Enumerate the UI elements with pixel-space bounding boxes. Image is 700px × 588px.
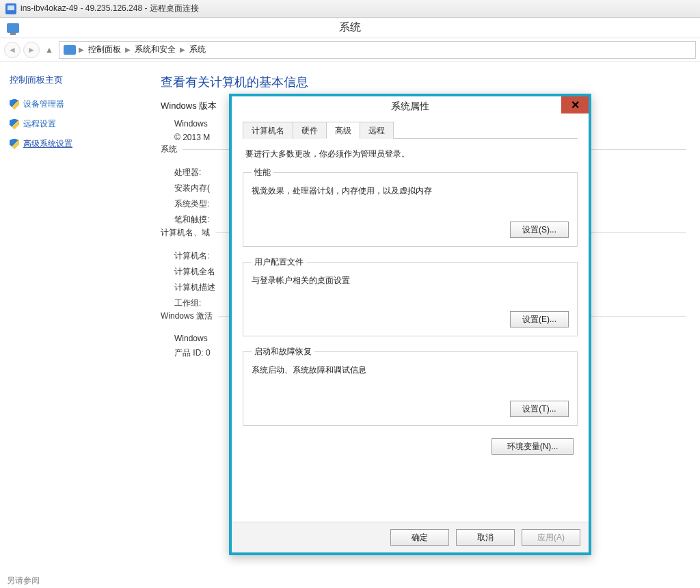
window-title: 系统 <box>0 21 700 35</box>
tab-advanced[interactable]: 高级 <box>326 122 360 139</box>
dialog-footer: 确定 取消 应用(A) <box>232 522 589 552</box>
label-pen-touch: 笔和触摸: <box>174 214 209 226</box>
dialog-title: 系统属性 <box>391 101 429 113</box>
shield-icon <box>10 119 19 130</box>
startup-settings-button[interactable]: 设置(T)... <box>510 401 569 417</box>
tab-strip: 计算机名 硬件 高级 远程 <box>243 121 578 139</box>
left-sidebar: 控制面板主页 设备管理器 远程设置 高级系统设置 <box>0 62 154 588</box>
chevron-right-icon: ▶ <box>180 46 185 53</box>
label-computer-description: 计算机描述 <box>174 282 215 293</box>
group-startup-legend: 启动和故障恢复 <box>252 346 314 358</box>
label-computer-fullname: 计算机全名 <box>174 266 215 278</box>
window-title-row: 系统 <box>0 18 700 38</box>
tab-remote[interactable]: 远程 <box>360 122 394 139</box>
performance-settings-button[interactable]: 设置(S)... <box>510 222 569 238</box>
system-properties-dialog: 系统属性 ✕ 计算机名 硬件 高级 远程 要进行大多数更改，你必须作为管理员登录… <box>229 94 591 555</box>
label-system-type: 系统类型: <box>174 198 209 210</box>
label-workgroup: 工作组: <box>174 297 201 309</box>
rdp-title-bar: ins-ibv4okaz-49 - 49.235.126.248 - 远程桌面连… <box>0 0 700 18</box>
see-also-section: 另请参阅 <box>0 575 40 587</box>
breadcrumb-item[interactable]: 系统 <box>188 44 207 55</box>
sidebar-link-device-manager[interactable]: 设备管理器 <box>10 98 144 110</box>
label-processor: 处理器: <box>174 167 201 178</box>
nav-bar: ◄ ► ▲ ▶ 控制面板 ▶ 系统和安全 ▶ 系统 <box>0 38 700 62</box>
sidebar-link-remote-settings[interactable]: 远程设置 <box>10 118 144 130</box>
nav-back-button[interactable]: ◄ <box>4 42 21 58</box>
breadcrumb-root-icon <box>64 45 76 55</box>
label-computer-name: 计算机名: <box>174 250 209 262</box>
sidebar-link-label: 高级系统设置 <box>23 138 72 150</box>
group-performance-legend: 性能 <box>252 167 273 178</box>
rdp-title: ins-ibv4okaz-49 - 49.235.126.248 - 远程桌面连… <box>21 3 199 14</box>
shield-icon <box>10 139 19 150</box>
dialog-titlebar[interactable]: 系统属性 ✕ <box>232 96 589 117</box>
group-startup-recovery: 启动和故障恢复 系统启动、系统故障和调试信息 设置(T)... <box>243 346 578 426</box>
breadcrumb-item[interactable]: 系统和安全 <box>133 44 177 55</box>
group-performance-desc: 视觉效果，处理器计划，内存使用，以及虚拟内存 <box>252 185 569 197</box>
chevron-right-icon: ▶ <box>125 46 131 53</box>
close-button[interactable]: ✕ <box>561 96 589 113</box>
admin-note: 要进行大多数更改，你必须作为管理员登录。 <box>245 148 575 160</box>
breadcrumb-item[interactable]: 控制面板 <box>87 44 122 55</box>
tab-computer-name[interactable]: 计算机名 <box>243 122 293 139</box>
sidebar-link-advanced-settings[interactable]: 高级系统设置 <box>10 138 144 150</box>
group-performance: 性能 视觉效果，处理器计划，内存使用，以及虚拟内存 设置(S)... <box>243 167 578 247</box>
close-icon: ✕ <box>571 98 580 111</box>
apply-button[interactable]: 应用(A) <box>522 529 580 546</box>
ok-button[interactable]: 确定 <box>390 529 449 546</box>
cancel-button[interactable]: 取消 <box>456 529 515 546</box>
section-system-label: 系统 <box>161 144 183 154</box>
group-profiles-desc: 与登录帐户相关的桌面设置 <box>252 275 569 286</box>
shield-icon <box>10 99 19 110</box>
breadcrumb[interactable]: ▶ 控制面板 ▶ 系统和安全 ▶ 系统 <box>59 41 696 59</box>
nav-forward-button[interactable]: ► <box>23 42 40 58</box>
group-profiles-legend: 用户配置文件 <box>252 256 306 268</box>
profiles-settings-button[interactable]: 设置(E)... <box>510 311 569 328</box>
chevron-right-icon: ▶ <box>79 46 84 53</box>
sidebar-link-label: 远程设置 <box>23 118 56 130</box>
group-startup-desc: 系统启动、系统故障和调试信息 <box>252 364 569 376</box>
section-activation-label: Windows 激活 <box>161 311 218 321</box>
sidebar-link-label: 设备管理器 <box>23 98 64 110</box>
tab-hardware[interactable]: 硬件 <box>293 122 327 139</box>
rdp-icon <box>5 3 16 14</box>
sidebar-heading[interactable]: 控制面板主页 <box>10 74 144 86</box>
page-title: 查看有关计算机的基本信息 <box>161 74 686 90</box>
dialog-body: 计算机名 硬件 高级 远程 要进行大多数更改，你必须作为管理员登录。 性能 视觉… <box>232 117 589 522</box>
nav-up-button[interactable]: ▲ <box>42 43 56 57</box>
group-user-profiles: 用户配置文件 与登录帐户相关的桌面设置 设置(E)... <box>243 256 578 336</box>
section-computer-label: 计算机名、域 <box>161 228 215 237</box>
label-ram: 安装内存( <box>174 183 210 194</box>
environment-variables-button[interactable]: 环境变量(N)... <box>492 438 574 455</box>
label-product-id: 产品 ID: 0 <box>174 347 211 359</box>
label-activation-windows: Windows <box>174 334 208 343</box>
